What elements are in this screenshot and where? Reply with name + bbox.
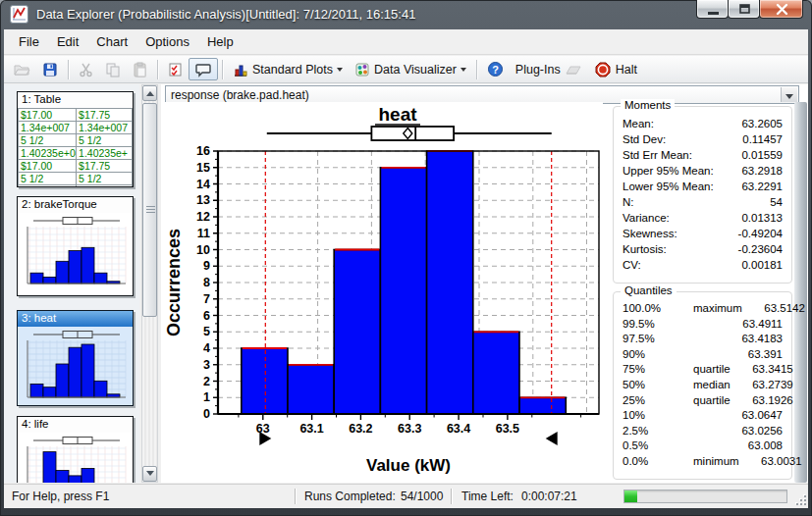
progress-bar bbox=[623, 490, 787, 503]
open-button[interactable] bbox=[8, 58, 36, 80]
scrollbar-thumb[interactable] bbox=[142, 103, 157, 317]
window-title: Data Explorer (Probabilistic Analysis)[U… bbox=[36, 7, 415, 22]
quantile-pct: 90% bbox=[623, 347, 672, 363]
quantile-value: 63.391 bbox=[720, 347, 783, 363]
quantile-name bbox=[672, 347, 720, 363]
standard-plots-label: Standard Plots bbox=[252, 63, 333, 77]
svg-text:10: 10 bbox=[196, 243, 210, 257]
response-combobox-value: response (brake.pad.heat) bbox=[171, 88, 309, 102]
help-icon: ? bbox=[487, 61, 504, 77]
scroll-up-button[interactable] bbox=[142, 85, 157, 101]
quantile-value: 63.3415 bbox=[731, 362, 793, 378]
svg-text:?: ? bbox=[492, 64, 499, 76]
save-icon bbox=[42, 62, 58, 77]
status-separator bbox=[451, 489, 452, 504]
thumbnail-title: 3: heat bbox=[18, 311, 133, 327]
moments-row: Std Err Mean:0.01559 bbox=[614, 147, 791, 163]
moments-title: Moments bbox=[621, 99, 675, 111]
quantiles-row: 99.5%63.4911 bbox=[614, 317, 791, 333]
thumbnail-scrollbar[interactable] bbox=[141, 84, 158, 483]
standard-plots-button[interactable]: Standard Plots bbox=[227, 58, 349, 80]
scroll-down-button[interactable] bbox=[142, 466, 157, 482]
plug-ins-button[interactable]: Plug-Ins bbox=[510, 58, 588, 80]
plug-ins-label: Plug-Ins bbox=[515, 63, 561, 77]
table-cell: 5.23 bbox=[77, 185, 133, 188]
quantile-pct: 100.0% bbox=[623, 301, 672, 317]
quantile-pct: 99.5% bbox=[623, 317, 672, 333]
svg-text:11: 11 bbox=[197, 227, 210, 240]
thumbnail-table[interactable]: 1: Table $17.00$17.751.34e+0071.34e+0075… bbox=[17, 91, 134, 187]
moment-value: 0.01559 bbox=[741, 147, 783, 163]
thumbnail-braketorque[interactable]: 2: brakeTorque bbox=[17, 196, 134, 296]
quantiles-row: 2.5%63.0256 bbox=[614, 424, 791, 439]
arrow-down-icon bbox=[146, 471, 154, 480]
runs-completed-label: Runs Completed: bbox=[304, 490, 396, 503]
menu-file[interactable]: File bbox=[10, 30, 48, 53]
quantile-value: 63.008 bbox=[720, 439, 783, 454]
moment-label: Kurtosis: bbox=[623, 241, 667, 257]
table-row: 5 1/25 1/2 bbox=[19, 134, 133, 147]
chevron-down-icon bbox=[337, 68, 343, 75]
y-axis-label: Occurrences bbox=[165, 229, 184, 336]
quantile-pct: 75% bbox=[623, 362, 672, 378]
quantile-value: 63.0031 bbox=[739, 454, 802, 470]
copy-button[interactable] bbox=[99, 58, 127, 80]
table-cell: 5.23 bbox=[19, 185, 77, 188]
scrollbar-grip-icon bbox=[146, 206, 155, 213]
thumbnail-title: 1: Table bbox=[18, 92, 133, 108]
restore-button[interactable] bbox=[728, 0, 760, 19]
paste-button[interactable] bbox=[127, 58, 153, 80]
halt-button[interactable]: Halt bbox=[588, 58, 643, 80]
thumbnail-heat-selected[interactable]: 3: heat bbox=[17, 310, 134, 406]
table-cell: $17.00 bbox=[19, 109, 77, 122]
thumbnail-chart bbox=[18, 213, 133, 296]
combobox-dropdown-button[interactable] bbox=[781, 87, 797, 102]
toolbar: Standard Plots Data Visualizer ? Plug-In… bbox=[4, 56, 808, 83]
titlebar[interactable]: Data Explorer (Probabilistic Analysis)[U… bbox=[0, 0, 812, 29]
moments-row: Mean:63.2605 bbox=[614, 116, 791, 131]
app-window: Data Explorer (Probabilistic Analysis)[U… bbox=[0, 0, 812, 516]
menu-chart[interactable]: Chart bbox=[87, 30, 136, 53]
minimize-button[interactable] bbox=[696, 0, 729, 19]
quantiles-row: 0.0%minimum63.0031 bbox=[614, 454, 791, 470]
quantiles-row: 50%median63.2739 bbox=[614, 378, 791, 393]
svg-text:6: 6 bbox=[203, 309, 210, 323]
moment-label: N: bbox=[623, 194, 634, 210]
close-button[interactable] bbox=[759, 0, 803, 19]
moment-value: -0.49204 bbox=[738, 226, 783, 241]
table-row: 1.34e+0071.34e+007 bbox=[19, 122, 133, 134]
quantiles-title: Quantiles bbox=[621, 284, 677, 296]
menu-help[interactable]: Help bbox=[198, 30, 243, 53]
paste-icon bbox=[133, 62, 147, 77]
speech-bubble-icon bbox=[194, 62, 212, 77]
table-cell: 1.34e+007 bbox=[77, 122, 133, 134]
moment-label: Upper 95% Mean: bbox=[623, 163, 714, 179]
moment-label: Variance: bbox=[623, 210, 670, 226]
svg-text:63.4: 63.4 bbox=[447, 422, 470, 436]
help-button[interactable]: ? bbox=[481, 58, 510, 80]
moment-value: 0.11457 bbox=[742, 131, 783, 147]
quantiles-row: 0.5%63.008 bbox=[614, 439, 791, 454]
table-cell: $17.75 bbox=[77, 160, 133, 173]
table-row: 5.235.23 bbox=[19, 185, 133, 188]
thumbnail-life[interactable]: 4: life bbox=[17, 416, 134, 483]
resize-grip[interactable] bbox=[793, 492, 806, 505]
svg-text:15: 15 bbox=[196, 161, 210, 175]
save-button[interactable] bbox=[36, 58, 64, 80]
quantile-name bbox=[672, 424, 720, 439]
menu-options[interactable]: Options bbox=[136, 30, 198, 53]
right-scrollbar[interactable] bbox=[794, 102, 807, 483]
table-cell: 5 1/2 bbox=[19, 173, 77, 185]
histogram-chart-panel[interactable]: 0123456789101112131415166363.163.263.363… bbox=[165, 102, 603, 483]
run-checklist-button[interactable] bbox=[162, 58, 189, 80]
moment-value: 63.2291 bbox=[741, 179, 783, 194]
table-row: 5 1/25 1/2 bbox=[19, 173, 133, 185]
plot-thumbnail-list: 1: Table $17.00$17.751.34e+0071.34e+0075… bbox=[4, 84, 139, 483]
comment-bubble-button[interactable] bbox=[189, 58, 218, 80]
cut-button[interactable] bbox=[73, 58, 99, 80]
menu-edit[interactable]: Edit bbox=[48, 30, 87, 53]
data-visualizer-button[interactable]: Data Visualizer bbox=[349, 58, 472, 80]
quantile-value: 63.0647 bbox=[720, 408, 783, 424]
status-help-text: For Help, press F1 bbox=[12, 490, 109, 503]
moment-label: Mean: bbox=[623, 116, 654, 131]
